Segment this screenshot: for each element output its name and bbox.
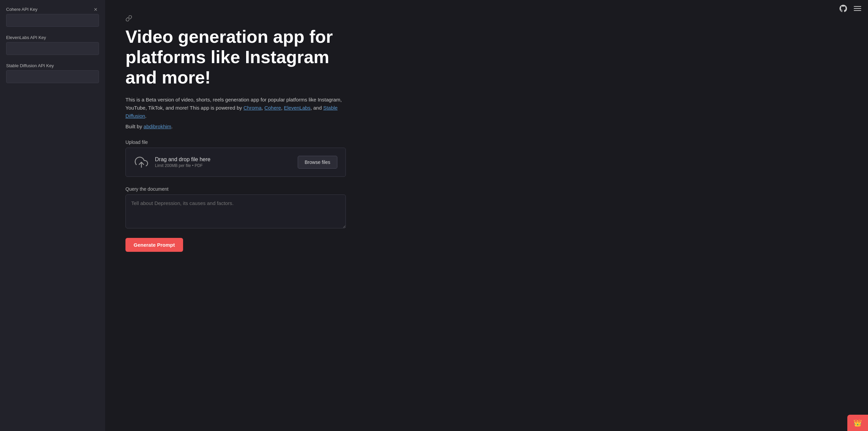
close-button[interactable]: × (91, 5, 100, 14)
sidebar: × Cohere API Key ElevenLabs API Key Stab… (0, 0, 105, 431)
link-icon-area (125, 14, 848, 23)
built-by-text: Built by abdibrokhim. (125, 124, 848, 129)
query-textarea[interactable] (125, 194, 346, 228)
elevenlabs-api-key-label: ElevenLabs API Key (6, 35, 99, 40)
upload-left-area: Drag and drop file here Limit 200MB per … (134, 155, 211, 170)
stable-diffusion-api-key-group: Stable Diffusion API Key (6, 63, 99, 83)
upload-section-label: Upload file (125, 139, 848, 145)
elevenlabs-api-key-group: ElevenLabs API Key (6, 35, 99, 55)
app-description: This is a Beta version of video, shorts,… (125, 96, 346, 120)
author-link[interactable]: abdibrokhim (143, 124, 171, 129)
upload-drag-text: Drag and drop file here (155, 156, 211, 163)
query-section-label: Query the document (125, 186, 346, 192)
cohere-api-key-input[interactable] (6, 14, 99, 27)
upload-text-area: Drag and drop file here Limit 200MB per … (155, 156, 211, 168)
chroma-link[interactable]: Chroma (243, 105, 261, 111)
browse-files-button[interactable]: Browse files (298, 156, 337, 169)
stable-diffusion-api-key-input[interactable] (6, 70, 99, 83)
top-right-toolbar (840, 5, 861, 12)
elevenlabs-link[interactable]: ElevenLabs (284, 105, 310, 111)
cohere-api-key-group: Cohere API Key (6, 7, 99, 27)
upload-dropzone[interactable]: Drag and drop file here Limit 200MB per … (125, 148, 346, 177)
cohere-api-key-label: Cohere API Key (6, 7, 99, 12)
hamburger-icon (854, 6, 861, 11)
upload-limit-text: Limit 200MB per file • PDF (155, 163, 211, 168)
main-content: Video generation app for platforms like … (105, 0, 868, 431)
page-title: Video generation app for platforms like … (125, 27, 346, 88)
upload-cloud-icon (134, 155, 149, 170)
elevenlabs-api-key-input[interactable] (6, 42, 99, 55)
crown-button[interactable]: 👑 (847, 415, 868, 431)
github-button[interactable] (840, 5, 847, 12)
stable-diffusion-api-key-label: Stable Diffusion API Key (6, 63, 99, 68)
cohere-link[interactable]: Cohere (264, 105, 281, 111)
menu-button[interactable] (854, 6, 861, 11)
query-section: Query the document (125, 186, 346, 230)
generate-prompt-button[interactable]: Generate Prompt (125, 238, 183, 252)
link-icon (125, 15, 132, 23)
